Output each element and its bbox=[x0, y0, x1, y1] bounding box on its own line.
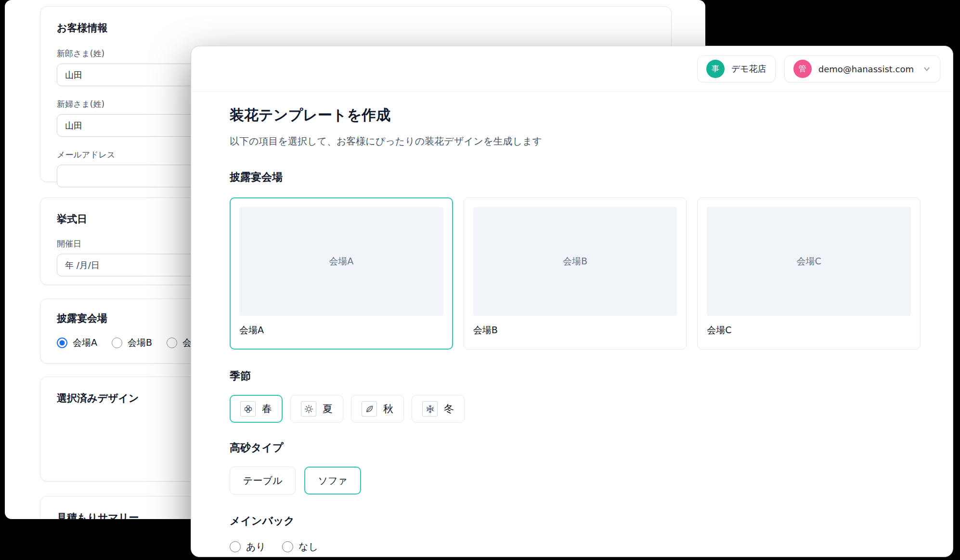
season-winter-label: 冬 bbox=[444, 402, 454, 416]
venue-card-grid: 会場A 会場A 会場B 会場B 会場C 会場C bbox=[230, 197, 921, 350]
takasago-section-heading: 高砂タイプ bbox=[230, 441, 914, 455]
account-email: demo@hanassist.com bbox=[818, 64, 914, 74]
season-section-heading: 季節 bbox=[230, 369, 914, 383]
radio-unselected-icon[interactable] bbox=[167, 338, 177, 348]
radio-unselected-icon[interactable] bbox=[230, 541, 241, 552]
venue-radio-b-label: 会場B bbox=[128, 337, 152, 349]
template-builder-window: 事 デモ花店 管 demo@hanassist.com 装花テンプレートを作成 … bbox=[191, 46, 953, 557]
flower-icon bbox=[240, 401, 256, 417]
mainback-no-option[interactable]: なし bbox=[282, 540, 318, 553]
mainback-yes-label: あり bbox=[246, 540, 266, 553]
page-title: 装花テンプレートを作成 bbox=[230, 105, 914, 125]
shop-name: デモ花店 bbox=[731, 63, 766, 75]
leaf-icon bbox=[362, 401, 377, 417]
venue-section-heading: 披露宴会場 bbox=[230, 170, 914, 184]
season-winter-button[interactable]: 冬 bbox=[412, 395, 465, 423]
season-autumn-label: 秋 bbox=[383, 402, 393, 416]
venue-b-thumbnail: 会場B bbox=[473, 207, 677, 316]
chevron-down-icon bbox=[922, 65, 931, 73]
takasago-table-button[interactable]: テーブル bbox=[230, 467, 296, 495]
season-summer-label: 夏 bbox=[323, 402, 333, 416]
venue-c-thumbnail: 会場C bbox=[707, 207, 911, 316]
venue-radio-a-label: 会場A bbox=[73, 337, 97, 349]
account-menu-button[interactable]: 管 demo@hanassist.com bbox=[784, 55, 940, 82]
mainback-radio-row: あり なし bbox=[230, 540, 914, 553]
venue-radio-b[interactable]: 会場B bbox=[112, 337, 152, 349]
window-content: 装花テンプレートを作成 以下の項目を選択して、お客様にぴったりの装花デザインを生… bbox=[191, 92, 953, 553]
window-header: 事 デモ花店 管 demo@hanassist.com bbox=[191, 46, 953, 92]
sun-icon bbox=[301, 401, 316, 417]
venue-card-a[interactable]: 会場A 会場A bbox=[230, 197, 453, 350]
season-spring-button[interactable]: 春 bbox=[230, 395, 283, 423]
venue-c-label: 会場C bbox=[707, 324, 911, 337]
shop-avatar: 事 bbox=[706, 60, 725, 78]
customer-info-heading: お客様情報 bbox=[57, 21, 655, 35]
venue-radio-a[interactable]: 会場A bbox=[57, 337, 97, 349]
mainback-no-label: なし bbox=[298, 540, 318, 553]
account-avatar: 管 bbox=[793, 60, 812, 78]
mainback-section-heading: メインバック bbox=[230, 514, 914, 528]
screen: お客様情報 新郎さま(姓) 新婦さま(姓) メールアドレス 挙式日 開催日 披露… bbox=[0, 0, 960, 560]
radio-unselected-icon[interactable] bbox=[112, 338, 122, 348]
venue-a-label: 会場A bbox=[239, 324, 443, 337]
snowflake-icon bbox=[422, 401, 438, 417]
shop-badge[interactable]: 事 デモ花店 bbox=[697, 55, 776, 82]
venue-a-thumbnail: 会場A bbox=[239, 207, 443, 316]
mainback-yes-option[interactable]: あり bbox=[230, 540, 266, 553]
season-button-row: 春 夏 bbox=[230, 395, 914, 423]
radio-unselected-icon[interactable] bbox=[282, 541, 293, 552]
page-subtitle: 以下の項目を選択して、お客様にぴったりの装花デザインを生成します bbox=[230, 135, 914, 148]
season-autumn-button[interactable]: 秋 bbox=[351, 395, 404, 423]
venue-card-c[interactable]: 会場C 会場C bbox=[697, 197, 921, 350]
radio-selected-icon[interactable] bbox=[57, 338, 67, 348]
season-summer-button[interactable]: 夏 bbox=[290, 395, 343, 423]
venue-card-b[interactable]: 会場B 会場B bbox=[464, 197, 687, 350]
takasago-button-row: テーブル ソファ bbox=[230, 467, 914, 495]
season-spring-label: 春 bbox=[262, 402, 272, 416]
takasago-sofa-button[interactable]: ソファ bbox=[304, 467, 361, 495]
venue-b-label: 会場B bbox=[473, 324, 677, 337]
